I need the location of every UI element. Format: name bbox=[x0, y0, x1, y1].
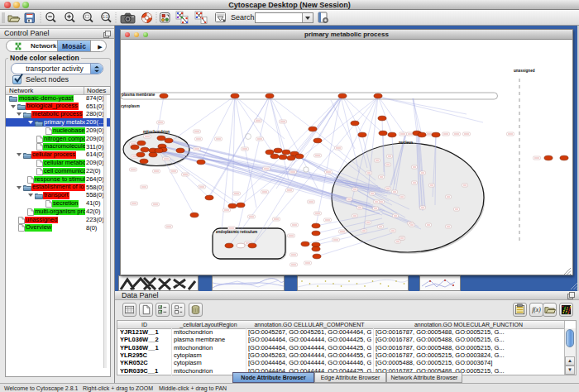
svg-text:plasma membrane: plasma membrane bbox=[122, 93, 156, 97]
svg-text:f(x): f(x) bbox=[532, 306, 541, 313]
svg-text:endoplasmic reticulum: endoplasmic reticulum bbox=[216, 230, 257, 234]
svg-text:cytoplasm: cytoplasm bbox=[121, 104, 140, 108]
svg-text:nucleus: nucleus bbox=[399, 141, 414, 145]
svg-text:unassigned: unassigned bbox=[514, 69, 535, 73]
svg-text:mitochondrion: mitochondrion bbox=[143, 130, 170, 134]
svg-text:1:1: 1:1 bbox=[103, 15, 108, 19]
